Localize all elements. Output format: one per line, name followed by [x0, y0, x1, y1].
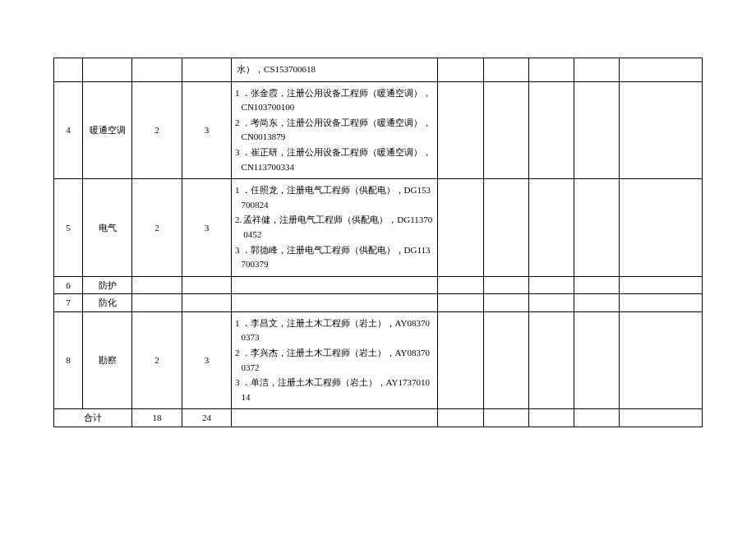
- category-name: 电气: [83, 179, 132, 277]
- blank-cell: [574, 409, 620, 427]
- category-name: 防护: [83, 276, 132, 294]
- count-2: 3: [182, 179, 231, 277]
- blank-cell: [483, 294, 528, 312]
- details-cell: 水），CS153700618: [232, 58, 438, 82]
- blank-cell: [574, 58, 620, 82]
- blank-cell: [620, 58, 703, 82]
- blank-cell: [232, 409, 438, 427]
- blank-cell: [528, 58, 574, 82]
- row-index: 7: [54, 294, 83, 312]
- details-cell: [232, 294, 438, 312]
- details-cell: 1．任照龙，注册电气工程师（供配电），DG1537008242.孟祥健，注册电气…: [232, 179, 438, 277]
- blank-cell: [574, 179, 620, 277]
- table-row: 7防化: [54, 294, 703, 312]
- blank-cell: [574, 294, 620, 312]
- personnel-table: 水），CS1537006184暖通空调231．张金霞，注册公用设备工程师（暖通空…: [53, 58, 703, 427]
- blank-cell: [620, 294, 703, 312]
- blank-cell: [574, 81, 620, 179]
- count-1: [132, 276, 182, 294]
- row-index: 4: [54, 81, 83, 179]
- row-index: 5: [54, 179, 83, 277]
- blank-cell: [528, 311, 574, 409]
- blank-cell: [528, 294, 574, 312]
- blank-cell: [574, 311, 620, 409]
- count-2: [182, 58, 231, 82]
- blank-cell: [528, 409, 574, 427]
- blank-cell: [438, 179, 483, 277]
- blank-cell: [620, 311, 703, 409]
- blank-cell: [438, 409, 483, 427]
- count-1: [132, 58, 182, 82]
- total-count-2: 24: [182, 409, 231, 427]
- blank-cell: [483, 58, 528, 82]
- count-2: 3: [182, 311, 231, 409]
- row-index: 8: [54, 311, 83, 409]
- blank-cell: [483, 311, 528, 409]
- table-row: 水），CS153700618: [54, 58, 703, 82]
- blank-cell: [620, 179, 703, 277]
- blank-cell: [438, 294, 483, 312]
- count-2: 3: [182, 81, 231, 179]
- category-name: 暖通空调: [83, 81, 132, 179]
- blank-cell: [438, 311, 483, 409]
- blank-cell: [620, 276, 703, 294]
- table-row: 4暖通空调231．张金霞，注册公用设备工程师（暖通空调），CN103700100…: [54, 81, 703, 179]
- blank-cell: [438, 58, 483, 82]
- category-name: [83, 58, 132, 82]
- count-1: 2: [132, 311, 182, 409]
- count-1: 2: [132, 179, 182, 277]
- table-row: 8勘察231．李昌文，注册土木工程师（岩土），AY0837003732．李兴杰，…: [54, 311, 703, 409]
- count-1: 2: [132, 81, 182, 179]
- blank-cell: [620, 409, 703, 427]
- blank-cell: [528, 179, 574, 277]
- count-2: [182, 276, 231, 294]
- blank-cell: [438, 81, 483, 179]
- blank-cell: [574, 276, 620, 294]
- category-name: 勘察: [83, 311, 132, 409]
- blank-cell: [483, 409, 528, 427]
- table-row: 5电气231．任照龙，注册电气工程师（供配电），DG1537008242.孟祥健…: [54, 179, 703, 277]
- row-index: [54, 58, 83, 82]
- blank-cell: [528, 81, 574, 179]
- blank-cell: [438, 276, 483, 294]
- total-label: 合计: [54, 409, 132, 427]
- count-2: [182, 294, 231, 312]
- blank-cell: [528, 276, 574, 294]
- blank-cell: [483, 179, 528, 277]
- details-cell: 1．张金霞，注册公用设备工程师（暖通空调），CN1037001002．考尚东，注…: [232, 81, 438, 179]
- blank-cell: [620, 81, 703, 179]
- table-row: 6防护: [54, 276, 703, 294]
- count-1: [132, 294, 182, 312]
- category-name: 防化: [83, 294, 132, 312]
- details-cell: [232, 276, 438, 294]
- details-cell: 1．李昌文，注册土木工程师（岩土），AY0837003732．李兴杰，注册土木工…: [232, 311, 438, 409]
- total-count-1: 18: [132, 409, 182, 427]
- blank-cell: [483, 81, 528, 179]
- blank-cell: [483, 276, 528, 294]
- row-index: 6: [54, 276, 83, 294]
- total-row: 合计1824: [54, 409, 703, 427]
